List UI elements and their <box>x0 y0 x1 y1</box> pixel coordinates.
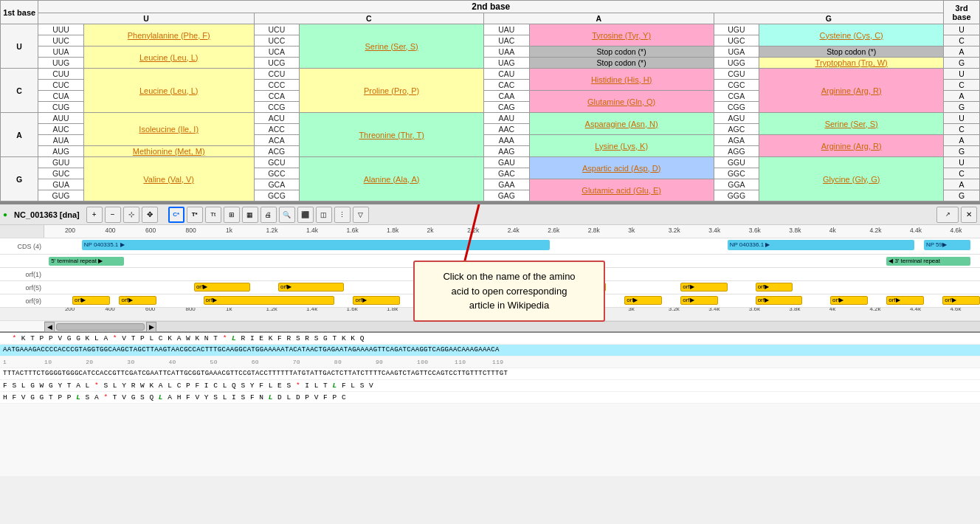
amino-name-phe: Phenylalanine (Phe, F) <box>83 24 254 46</box>
amino-name-val: Valine (Val, V) <box>83 157 254 201</box>
toolbar-btn-7[interactable]: 🔍 <box>279 207 295 223</box>
arg1-link[interactable]: Arginine (Arg, R) <box>821 86 882 95</box>
phe-link[interactable]: Phenylalanine (Phe, F) <box>128 31 210 40</box>
orf-arrow-17[interactable]: orf▶ <box>942 296 980 305</box>
tyr-link[interactable]: Tyrosine (Tyr, Y) <box>592 31 651 40</box>
orf-arrow-7[interactable]: orf▶ <box>119 296 156 305</box>
gln-link[interactable]: Glutamine (Gln, Q) <box>587 97 655 106</box>
codon-cell: CUA <box>38 91 84 102</box>
codon-cell: GCA <box>254 179 300 190</box>
cds-track: CDS (4) NP 040335.1 ▶ NP 040336.1 ▶ NP 5… <box>0 238 980 255</box>
toolbar-btn-6[interactable]: 🖨 <box>260 207 277 223</box>
codon-cell: UUG <box>38 58 84 69</box>
horizontal-scrollbar[interactable]: ◀ ▶ <box>44 321 980 331</box>
orf-arrow-8[interactable]: orf▶ <box>204 296 335 305</box>
toolbar-btn-11[interactable]: ▽ <box>353 207 369 223</box>
codon-cell: AUC <box>38 124 84 135</box>
close-button[interactable]: ✕ <box>961 207 977 223</box>
third-base-c4: C <box>944 168 980 179</box>
codon-cell: GUU <box>38 157 84 168</box>
codon-cell: CAG <box>484 102 530 113</box>
orf-arrow-4[interactable]: orf▶ <box>680 283 727 292</box>
toolbar-btn-2[interactable]: T* <box>187 207 203 223</box>
orf-arrow-12[interactable]: orf▶ <box>624 296 662 305</box>
pro-link[interactable]: Proline (Pro, P) <box>364 86 419 95</box>
met-link[interactable]: Methionine (Met, M) <box>133 147 205 156</box>
pan-button[interactable]: ✥ <box>142 207 158 223</box>
third-base-a3: A <box>944 135 980 146</box>
asp-link[interactable]: Aspartic acid (Asp, D) <box>582 164 660 173</box>
codon-cell: UAA <box>484 46 530 58</box>
arg2-link[interactable]: Arginine (Arg, R) <box>821 142 882 151</box>
orf-arrow-15[interactable]: orf▶ <box>830 296 868 305</box>
genome-browser: ● NC_001363 [dna] + − ⊹ ✥ C* T* Tt ⊞ ▦ 🖨… <box>0 203 980 476</box>
third-base-g3: G <box>944 146 980 157</box>
gly-link[interactable]: Glycine (Gly, G) <box>823 175 880 184</box>
codon-cell: UCG <box>254 58 300 69</box>
seq-dna-text2: TTTACTTTCTGGGGTGGGCATCCACCGTTCGATCGAATTC… <box>3 369 508 379</box>
trp-link[interactable]: Tryptophan (Trp, W) <box>815 58 888 67</box>
codon-cell: UAU <box>484 24 530 35</box>
gene-np40336[interactable]: NP 040336.1 ▶ <box>728 240 915 250</box>
scroll-left-btn[interactable]: ◀ <box>44 322 55 332</box>
codon-cell: ACU <box>254 113 300 124</box>
codon-cell: GGG <box>714 190 759 201</box>
zoom-out-button[interactable]: − <box>105 207 121 223</box>
gene-np40335[interactable]: NP 040335.1 ▶ <box>82 240 550 250</box>
orf-arrow-16[interactable]: orf▶ <box>886 296 924 305</box>
toolbar-btn-8[interactable]: ⬛ <box>297 207 314 223</box>
ser2-link[interactable]: Serine (Ser, S) <box>825 120 878 128</box>
second-base-header: 2nd base <box>38 1 944 13</box>
codon-cell: CUU <box>38 69 84 80</box>
toolbar-btn-4[interactable]: ⊞ <box>224 207 240 223</box>
codon-cell: CAA <box>484 91 530 102</box>
codon-cell: UGC <box>714 35 759 46</box>
ala-link[interactable]: Alanine (Ala, A) <box>364 175 420 184</box>
amino-name-leu1: Leucine (Leu, L) <box>83 46 254 69</box>
seq-aa-text1: * K T P P V G G K L A * V T P L C K A W … <box>3 334 365 343</box>
orf-arrow-5[interactable]: orf▶ <box>756 283 793 292</box>
ser1-link[interactable]: Serine (Ser, S) <box>365 42 418 51</box>
orf-arrow-14[interactable]: orf▶ <box>756 296 802 305</box>
codon-cell: CAC <box>484 80 530 91</box>
his-link[interactable]: Histidine (His, H) <box>591 75 652 84</box>
table-row: U UUU Phenylalanine (Phe, F) UCU Serine … <box>1 24 980 35</box>
scroll-right-btn[interactable]: ▶ <box>146 322 156 332</box>
leu1-link[interactable]: Leucine (Leu, L) <box>139 53 199 62</box>
five-prime-repeat[interactable]: 5' terminal repeat ▶ <box>49 257 123 266</box>
val-link[interactable]: Valine (Val, V) <box>143 175 194 184</box>
zoom-in-button[interactable]: + <box>86 207 103 223</box>
toolbar-btn-10[interactable]: ⋮ <box>334 207 351 223</box>
ile-link[interactable]: Isoleucine (Ile, I) <box>139 125 199 134</box>
scale-bar: 200 400 600 800 1k 1.2k 1.4k 1.6k 1.8k 2… <box>0 225 980 238</box>
three-prime-repeat[interactable]: ◀ 3' terminal repeat <box>886 257 970 266</box>
orf-arrow-2[interactable]: orf▶ <box>278 283 344 292</box>
lys-link[interactable]: Lysine (Lys, K) <box>595 142 648 151</box>
toolbar-btn-1[interactable]: C* <box>168 207 184 223</box>
orf-arrow-6[interactable]: orf▶ <box>72 296 110 305</box>
select-button[interactable]: ⊹ <box>123 207 139 223</box>
asn-link[interactable]: Asparagine (Asn, N) <box>585 120 658 128</box>
thr-link[interactable]: Threonine (Thr, T) <box>359 131 424 139</box>
amino-name-leu2: Leucine (Leu, L) <box>83 69 254 113</box>
toolbar-btn-3[interactable]: Tt <box>205 207 221 223</box>
toolbar-btn-5[interactable]: ▦ <box>242 207 258 223</box>
glu-link[interactable]: Glutamic acid (Glu, E) <box>582 186 661 195</box>
cys-link[interactable]: Cysteine (Cys, C) <box>820 31 883 40</box>
orf-arrow-1[interactable]: orf▶ <box>194 283 250 292</box>
orf-arrow-13[interactable]: orf▶ <box>680 296 718 305</box>
scrollbar-thumb[interactable] <box>56 323 145 331</box>
leu2-link[interactable]: Leucine (Leu, L) <box>139 86 199 95</box>
gene-np59[interactable]: NP 59▶ <box>924 240 970 250</box>
codon-cell: CGA <box>714 91 759 102</box>
codon-cell: UCA <box>254 46 300 58</box>
toolbar-btn-9[interactable]: ◫ <box>316 207 332 223</box>
orf-arrow-9[interactable]: orf▶ <box>353 296 399 305</box>
codon-cell: CCG <box>254 102 300 113</box>
codon-table-wrapper: 1st base 2nd base 3rd base U C A G U UUU… <box>0 0 980 203</box>
table-row: G GUU Valine (Val, V) GCU Alanine (Ala, … <box>1 157 980 168</box>
sequence-section: * K T P P V G G K L A * V T P L C K A W … <box>0 331 980 404</box>
codon-cell: GCG <box>254 190 300 201</box>
export-button[interactable]: ↗ <box>936 207 959 223</box>
codon-cell: ACA <box>254 135 300 146</box>
